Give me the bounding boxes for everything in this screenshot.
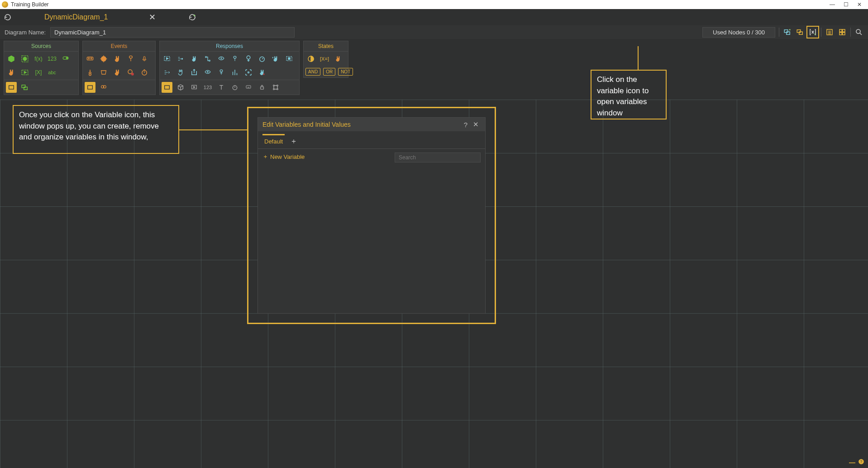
grab-event-icon[interactable] <box>112 53 123 64</box>
event-filter2-icon[interactable] <box>98 82 109 93</box>
new-variable-button[interactable]: ＋ New Variable <box>262 153 305 161</box>
resp-num-icon[interactable]: 123 <box>202 82 213 93</box>
annotation-variable-icon: Click on the variable icon to open varia… <box>591 70 667 119</box>
focus-response-icon[interactable] <box>243 67 254 78</box>
svg-point-9 <box>856 29 860 33</box>
down-response-icon[interactable] <box>243 53 254 64</box>
variables-modal: Edit Variables and Initial Values ? ✕ De… <box>258 118 485 313</box>
grab2-response-icon[interactable] <box>175 67 186 78</box>
annotation-variable-window: Once you click on the Variable icon, thi… <box>13 105 179 154</box>
close-button[interactable]: ✕ <box>853 1 866 8</box>
tool-event-icon[interactable] <box>125 53 136 64</box>
seq2-response-icon[interactable] <box>162 67 172 78</box>
add-node-group-icon[interactable] <box>783 28 792 37</box>
touch-event-icon[interactable] <box>98 53 109 64</box>
resp-media-icon[interactable] <box>189 82 200 93</box>
tab-close-icon[interactable]: ✕ <box>149 12 156 22</box>
tool-response-icon[interactable] <box>229 53 240 64</box>
annotation-connector <box>638 46 639 70</box>
audio-off-event-icon[interactable] <box>125 67 136 78</box>
mic-event-icon[interactable] <box>139 53 150 64</box>
panel-responses: Responses <box>159 41 300 95</box>
resp-cube-icon[interactable] <box>175 82 186 93</box>
contrast-state-icon[interactable] <box>305 53 316 64</box>
modal-tab-default[interactable]: Default <box>262 134 285 148</box>
resp-stopwatch-icon[interactable] <box>229 82 240 93</box>
cycle-left-icon[interactable] <box>3 12 13 22</box>
modal-add-tab-icon[interactable]: ＋ <box>290 137 297 146</box>
modal-help-icon[interactable]: ? <box>461 121 471 129</box>
timer-event-icon[interactable] <box>139 67 150 78</box>
panel-event-icon[interactable] <box>98 67 109 78</box>
resp-lock-icon[interactable] <box>257 82 267 93</box>
selection-mode-icon[interactable] <box>6 82 17 93</box>
multi-select-icon[interactable] <box>19 82 30 93</box>
add-diagram-icon[interactable] <box>187 12 197 22</box>
connect-response-icon[interactable] <box>202 53 213 64</box>
function-source-icon[interactable]: f(x) <box>33 53 44 64</box>
svg-point-51 <box>277 85 278 86</box>
resp-network-icon[interactable] <box>270 82 281 93</box>
logic-not[interactable]: NOT <box>338 68 353 76</box>
seq-response-icon[interactable] <box>175 53 186 64</box>
help-icon[interactable]: ? <box>858 458 864 466</box>
svg-point-34 <box>205 57 207 58</box>
minimize-button[interactable]: — <box>825 1 839 8</box>
variable-search-input[interactable] <box>395 153 481 162</box>
media-source-icon[interactable] <box>19 67 30 78</box>
set-var-state-icon[interactable]: [X=] <box>319 53 330 64</box>
export-response-icon[interactable] <box>189 67 200 78</box>
variable-editor-icon[interactable] <box>808 28 817 37</box>
resp-mode-icon[interactable] <box>162 82 172 93</box>
toggle-source-icon[interactable] <box>60 53 71 64</box>
play-response-icon[interactable] <box>162 53 172 64</box>
svg-point-50 <box>273 85 275 86</box>
levels-response-icon[interactable] <box>229 67 240 78</box>
variable-source-icon[interactable]: [X] <box>33 67 44 78</box>
remove-hand-response-icon[interactable] <box>257 67 267 78</box>
eye2-response-icon[interactable] <box>202 67 213 78</box>
search-icon[interactable] <box>854 28 863 37</box>
name-row: Diagram Name: Used Nodes 0 / 300 <box>0 25 868 39</box>
plus-icon: ＋ <box>262 153 268 161</box>
used-nodes-count: Used Nodes 0 / 300 <box>702 27 775 38</box>
text-source-icon[interactable]: abc <box>47 67 57 78</box>
svg-rect-29 <box>88 86 93 89</box>
panel-responses-header: Responses <box>160 41 299 52</box>
diagram-name-input[interactable] <box>50 27 295 38</box>
svg-text:?: ? <box>860 460 863 464</box>
svg-point-42 <box>207 72 208 72</box>
svg-rect-48 <box>246 86 251 88</box>
controller-event-icon[interactable] <box>85 67 95 78</box>
hand-response-icon[interactable] <box>189 53 200 64</box>
list-view-icon[interactable] <box>825 28 834 37</box>
logic-and[interactable]: AND <box>305 68 320 76</box>
collapse-panel-icon[interactable]: — <box>849 459 855 466</box>
eye-response-icon[interactable] <box>216 53 227 64</box>
drop-event-icon[interactable] <box>112 67 123 78</box>
modal-header[interactable]: Edit Variables and Initial Values ? ✕ <box>258 118 485 131</box>
group-icon[interactable] <box>796 28 805 37</box>
svg-rect-41 <box>288 57 290 59</box>
modal-close-icon[interactable]: ✕ <box>471 120 481 129</box>
tab-active[interactable]: DynamicDiagram_1 ✕ <box>17 12 183 22</box>
tool2-response-icon[interactable] <box>216 67 227 78</box>
timer-response-icon[interactable] <box>257 53 267 64</box>
maximize-button[interactable]: ☐ <box>839 1 853 8</box>
hand-state-icon[interactable] <box>333 53 343 64</box>
svg-point-19 <box>88 58 90 59</box>
number-source-icon[interactable]: 123 <box>47 53 57 64</box>
cube-source-icon[interactable] <box>6 53 17 64</box>
hand-source-icon[interactable] <box>6 67 17 78</box>
sphere-source-icon[interactable] <box>19 53 30 64</box>
gesture-response-icon[interactable] <box>270 53 281 64</box>
stop-response-icon[interactable] <box>284 53 295 64</box>
svg-point-25 <box>118 73 120 76</box>
logic-or[interactable]: OR <box>323 68 335 76</box>
resp-text-icon[interactable]: T <box>216 82 227 93</box>
event-filter1-icon[interactable] <box>85 82 95 93</box>
grid-view-icon[interactable] <box>838 28 847 37</box>
svg-rect-7 <box>839 33 842 35</box>
resp-keyboard-icon[interactable] <box>243 82 254 93</box>
vr-headset-event-icon[interactable] <box>85 53 95 64</box>
